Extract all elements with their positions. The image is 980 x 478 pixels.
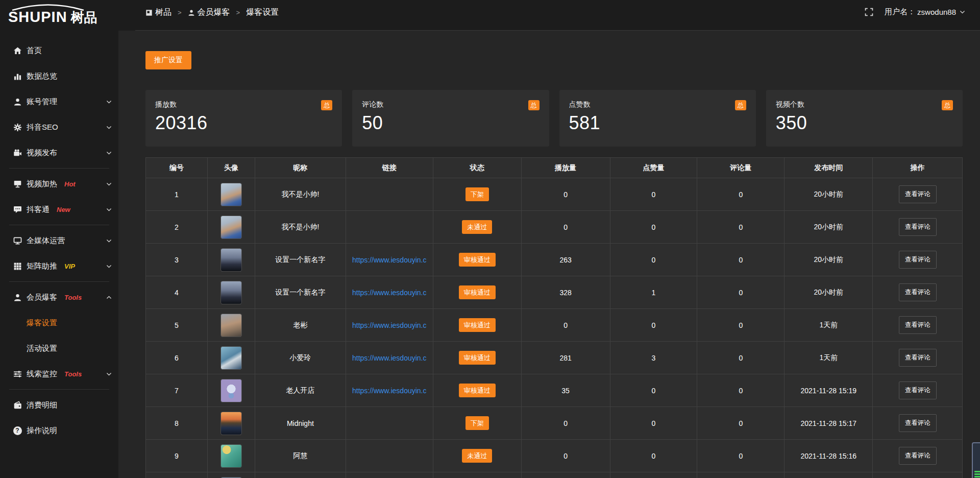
status-badge[interactable]: 审核通过 [459, 351, 496, 365]
cell-nickname: 我不是小帅! [255, 178, 346, 211]
sidebar-item-label: 操作说明 [27, 426, 57, 436]
sidebar-item[interactable]: 抖音SEO [0, 114, 118, 140]
view-comments-button[interactable]: 查看评论 [899, 381, 937, 399]
chevron-down-icon [106, 150, 112, 156]
view-comments-button[interactable]: 查看评论 [899, 447, 937, 465]
stat-card: 评论数总50 [352, 90, 549, 147]
view-comments-button[interactable]: 查看评论 [899, 283, 937, 301]
sidebar-item[interactable]: 矩阵助推VIP [0, 253, 118, 279]
logo[interactable]: SHUPIN 树品 [0, 0, 118, 32]
cell-id-value: 3 [175, 256, 179, 264]
status-badge[interactable]: 未通过 [462, 220, 492, 234]
video-table-wrap: 编号头像昵称链接状态播放量点赞量评论量发布时间操作1我不是小帅!下架00020小… [145, 157, 963, 478]
column-header: 头像 [207, 158, 255, 178]
cell-status: 审核通过 [433, 309, 521, 342]
cell-nickname-value: 老人开店 [286, 386, 314, 394]
breadcrumb-label: 会员爆客 [198, 7, 230, 18]
cell-comments-value: 0 [739, 256, 743, 264]
sidebar-item-tag: New [57, 206, 70, 213]
stat-total-badge: 总 [528, 100, 540, 110]
breadcrumb-separator: > [236, 9, 240, 16]
topbar-right: 用户名： zswodun88 [865, 7, 966, 17]
stat-value: 20316 [155, 112, 332, 134]
sidebar-item[interactable]: 会员爆客Tools [0, 284, 118, 310]
cell-id [146, 472, 208, 478]
video-link[interactable]: https://www.iesdouyin.c [352, 289, 427, 297]
cell-link [346, 440, 433, 472]
breadcrumb-item[interactable]: 会员爆客 [188, 7, 230, 18]
view-comments-button[interactable]: 查看评论 [899, 316, 937, 334]
cell-comments-value: 0 [739, 190, 743, 199]
video-link[interactable]: https://www.iesdouyin.c [352, 387, 427, 395]
sidebar-item[interactable]: 抖客通New [0, 197, 118, 222]
cell-avatar [207, 244, 255, 276]
view-comments-button[interactable]: 查看评论 [899, 218, 937, 236]
chevron-up-icon [106, 294, 112, 301]
cell-avatar [207, 276, 255, 309]
service-widget[interactable] [972, 442, 980, 478]
status-badge[interactable]: 审核通过 [459, 285, 496, 299]
cell-avatar [207, 211, 255, 244]
status-badge[interactable]: 审核通过 [459, 318, 496, 332]
sidebar-item[interactable]: 视频加热Hot [0, 171, 118, 197]
view-comments-button[interactable]: 查看评论 [899, 251, 937, 269]
user-menu[interactable]: 用户名： zswodun88 [885, 7, 966, 17]
sidebar-item[interactable]: 数据总览 [0, 63, 118, 89]
cell-likes: 0 [610, 244, 697, 276]
stat-value: 581 [569, 112, 746, 134]
sidebar-item[interactable]: 首页 [0, 38, 118, 63]
view-comments-button[interactable]: 查看评论 [899, 185, 937, 203]
view-comments-button[interactable]: 查看评论 [899, 349, 937, 367]
status-badge[interactable]: 审核通过 [459, 253, 496, 267]
table-row: 8Midnight下架0002021-11-28 15:17查看评论 [146, 407, 963, 440]
sidebar-subitem[interactable]: 爆客设置 [0, 310, 118, 336]
cell-nickname-value: 小爱玲 [289, 353, 311, 362]
view-comments-button[interactable]: 查看评论 [899, 414, 937, 432]
sidebar-item[interactable]: ?操作说明 [0, 418, 118, 443]
sidebar-item[interactable]: 账号管理 [0, 89, 118, 114]
home-icon [13, 46, 22, 55]
avatar [220, 281, 242, 304]
sidebar-divider [9, 168, 109, 169]
table-row [146, 472, 963, 478]
sidebar-subitem[interactable]: 活动设置 [0, 336, 118, 361]
video-link[interactable]: https://www.iesdouyin.c [352, 321, 427, 329]
cell-id: 9 [146, 440, 208, 472]
sidebar-item[interactable]: 消费明细 [0, 392, 118, 418]
cell-likes-value: 0 [652, 321, 656, 329]
breadcrumb-item[interactable]: 爆客设置 [246, 7, 279, 18]
cell-action: 查看评论 [873, 374, 963, 407]
status-badge[interactable]: 未通过 [462, 449, 492, 463]
member-icon [13, 293, 22, 302]
chevron-down-icon [106, 99, 112, 105]
stat-card: 视频个数总350 [766, 90, 963, 147]
cell-plays: 0 [521, 211, 610, 244]
fullscreen-icon[interactable] [865, 8, 873, 16]
status-badge[interactable]: 审核通过 [459, 384, 496, 397]
cell-id-value: 2 [175, 223, 179, 231]
cell-time-value: 20小时前 [814, 190, 843, 198]
sidebar-item[interactable]: 视频发布 [0, 140, 118, 165]
cell-nickname: 我不是小帅! [255, 211, 346, 244]
video-link[interactable]: https://www.iesdouyin.c [352, 354, 427, 362]
table-row: 5老彬https://www.iesdouyin.c审核通过0001天前查看评论 [146, 309, 963, 342]
cell-id: 6 [146, 342, 208, 374]
cell-time-value: 2021-11-28 15:16 [801, 452, 857, 460]
breadcrumb-item[interactable]: 树品 [145, 7, 172, 18]
gear-icon [13, 123, 22, 132]
cell-avatar [207, 472, 255, 478]
promo-settings-button[interactable]: 推广设置 [145, 51, 191, 69]
cell-likes: 0 [610, 407, 697, 440]
cell-id-value: 8 [175, 419, 179, 427]
status-badge[interactable]: 下架 [465, 416, 489, 430]
sidebar-item[interactable]: 线索监控Tools [0, 361, 118, 387]
sidebar-item[interactable]: 全媒体运营 [0, 228, 118, 253]
breadcrumb-label: 爆客设置 [246, 7, 279, 18]
video-link[interactable]: https://www.iesdouyin.c [352, 256, 427, 264]
cell-likes: 3 [610, 342, 697, 374]
column-header: 播放量 [521, 158, 610, 178]
stats-row: 播放数总20316评论数总50点赞数总581视频个数总350 [145, 90, 963, 147]
status-badge[interactable]: 下架 [465, 187, 489, 201]
cell-likes-value: 1 [652, 289, 656, 297]
cell-plays: 263 [521, 244, 610, 276]
